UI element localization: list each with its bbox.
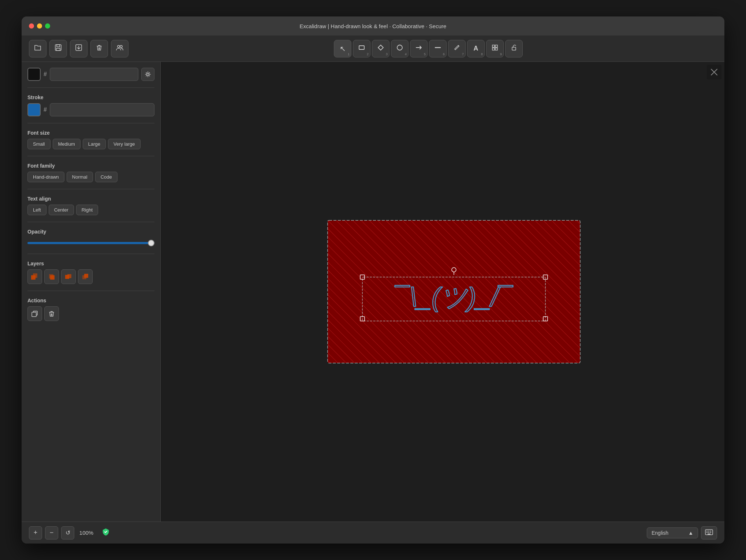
plus-icon: + [34, 529, 38, 537]
lock-tool[interactable] [505, 40, 523, 57]
close-button[interactable] [29, 23, 34, 29]
font-hand-drawn[interactable]: Hand-drawn [27, 172, 64, 182]
font-normal[interactable]: Normal [67, 172, 93, 182]
text-tool[interactable]: A 8 [467, 40, 485, 57]
svg-rect-19 [67, 274, 71, 278]
svg-rect-11 [495, 48, 497, 50]
stroke-color-input[interactable]: 1864ab [50, 103, 154, 116]
language-label: English [652, 530, 668, 536]
actions-buttons [27, 306, 154, 321]
svg-rect-41 [710, 532, 711, 533]
align-center[interactable]: Center [49, 205, 74, 215]
stroke-row: # 1864ab [27, 103, 154, 116]
window-controls [29, 23, 50, 29]
align-right[interactable]: Right [76, 205, 98, 215]
stroke-hash: # [44, 107, 47, 113]
language-selector[interactable]: English ▲ [647, 527, 698, 538]
grid-tool[interactable]: 9 [486, 40, 504, 57]
unlock-icon [510, 44, 518, 53]
text-align-options: Left Center Right [27, 205, 154, 215]
svg-point-5 [120, 45, 122, 48]
svg-rect-6 [359, 46, 364, 49]
minimize-button[interactable] [37, 23, 42, 29]
svg-rect-21 [84, 274, 88, 278]
window-title: Excalidraw | Hand-drawn look & feel · Co… [300, 23, 447, 29]
collaborate-button[interactable] [111, 40, 128, 57]
toolbar: ↖ 1 2 3 [22, 36, 724, 62]
save-button[interactable] [49, 40, 67, 57]
font-family-options: Hand-drawn Normal Code [27, 172, 154, 182]
maximize-button[interactable] [45, 23, 50, 29]
text-align-label: Text align [27, 196, 154, 202]
zoom-out-button[interactable]: − [45, 526, 58, 540]
keyboard-button[interactable] [701, 526, 717, 540]
divider-7 [27, 291, 154, 291]
divider-4 [27, 189, 154, 189]
svg-rect-38 [710, 531, 711, 531]
color-settings-button[interactable] [141, 68, 154, 81]
reset-zoom-button[interactable]: ↺ [61, 526, 74, 540]
svg-rect-15 [33, 273, 37, 278]
svg-rect-10 [492, 48, 495, 50]
font-family-section: Font family Hand-drawn Normal Code [27, 163, 154, 182]
opacity-slider[interactable] [27, 242, 154, 244]
layers-buttons [27, 269, 154, 284]
bring-forward-button[interactable] [44, 269, 59, 284]
zoom-level: 100% [77, 530, 96, 536]
reset-zoom-icon: ↺ [66, 529, 70, 536]
users-icon [116, 44, 124, 53]
font-size-medium[interactable]: Medium [53, 139, 81, 149]
duplicate-button[interactable] [27, 306, 42, 321]
export-button[interactable] [70, 40, 87, 57]
stroke-section: Stroke # 1864ab [27, 94, 154, 116]
bring-to-front-button[interactable] [78, 269, 93, 284]
background-color-row: # ffffff [27, 68, 154, 81]
chevron-up-icon: ▲ [688, 530, 693, 536]
send-backward-button[interactable] [61, 269, 76, 284]
arrow-tool[interactable]: 5 [410, 40, 428, 57]
zoom-in-button[interactable]: + [29, 526, 42, 540]
send-to-back-button[interactable] [27, 269, 42, 284]
font-size-large[interactable]: Large [83, 139, 106, 149]
font-code[interactable]: Code [95, 172, 118, 182]
pencil-tool[interactable]: 7 [448, 40, 466, 57]
canvas-area[interactable]: ¯\_(ツ)_/¯ [161, 62, 724, 522]
svg-rect-17 [50, 275, 55, 280]
svg-point-13 [147, 73, 149, 75]
arrow-icon [415, 44, 422, 53]
rectangle-tool[interactable]: 2 [353, 40, 370, 57]
diamond-icon [377, 44, 384, 53]
stroke-label: Stroke [27, 94, 154, 100]
svg-rect-37 [708, 531, 709, 531]
open-button[interactable] [29, 40, 46, 57]
delete-button[interactable] [90, 40, 108, 57]
circle-tool[interactable]: 4 [391, 40, 409, 57]
divider-5 [27, 222, 154, 222]
svg-rect-1 [57, 45, 60, 47]
grid-icon [491, 44, 499, 53]
divider-6 [27, 254, 154, 254]
canvas-svg: ¯\_(ツ)_/¯ [326, 219, 582, 365]
main-content: # ffffff Stroke # 1864ab [22, 62, 724, 522]
svg-rect-42 [708, 534, 710, 534]
font-size-very-large[interactable]: Very large [108, 139, 141, 149]
font-size-options: Small Medium Large Very large [27, 139, 154, 149]
delete-action-button[interactable] [44, 306, 59, 321]
svg-text:¯\_(ツ)_/¯: ¯\_(ツ)_/¯ [395, 283, 513, 312]
diamond-tool[interactable]: 3 [372, 40, 389, 57]
line-tool[interactable]: 6 [429, 40, 447, 57]
text-align-section: Text align Left Center Right [27, 196, 154, 215]
opacity-slider-container [27, 238, 154, 247]
background-color-input[interactable]: ffffff [50, 68, 138, 81]
divider-3 [27, 156, 154, 156]
align-left[interactable]: Left [27, 205, 46, 215]
stroke-color-swatch[interactable] [27, 103, 41, 116]
cursor-icon: ↖ [340, 44, 346, 53]
svg-rect-9 [495, 45, 497, 47]
layers-section: Layers [27, 261, 154, 284]
titlebar: Excalidraw | Hand-drawn look & feel · Co… [22, 16, 724, 36]
select-tool[interactable]: ↖ 1 [334, 40, 351, 57]
background-color-swatch[interactable] [27, 68, 41, 81]
file-tools [29, 40, 128, 57]
font-size-small[interactable]: Small [27, 139, 51, 149]
